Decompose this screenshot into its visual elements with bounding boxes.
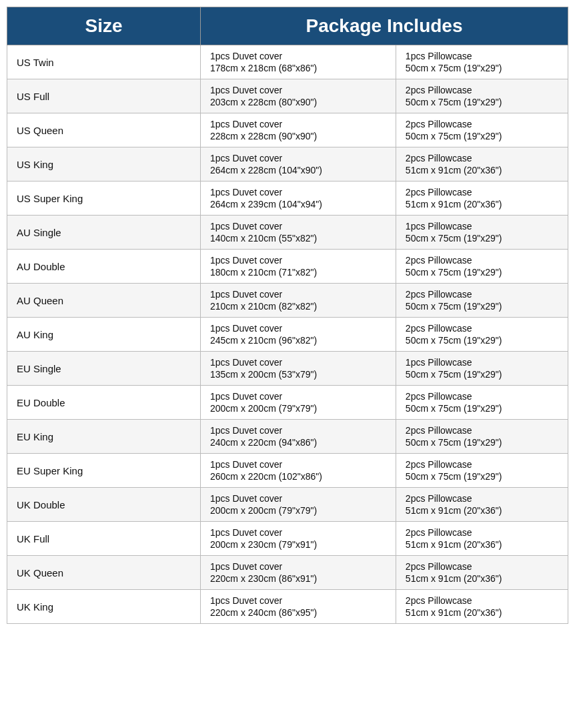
pillow-cell: 2pcs Pillowcase51cm x 91cm (20"x36"): [396, 147, 568, 181]
pillow-size: 51cm x 91cm (20"x36"): [406, 165, 558, 175]
table-row: EU Single1pcs Duvet cover135cm x 200cm (…: [7, 352, 568, 386]
duvet-cell: 1pcs Duvet cover203cm x 228cm (80"x90"): [201, 79, 396, 113]
duvet-size: 228cm x 228cm (90"x90"): [210, 131, 386, 141]
duvet-label: 1pcs Duvet cover: [210, 153, 386, 163]
pillow-label: 2pcs Pillowcase: [406, 187, 558, 198]
pillow-size: 50cm x 75cm (19"x29"): [406, 369, 558, 380]
duvet-size: 264cm x 228cm (104"x90"): [210, 165, 386, 175]
duvet-size: 240cm x 220cm (94"x86"): [210, 437, 386, 448]
pillow-cell: 2pcs Pillowcase51cm x 91cm (20"x36"): [396, 522, 568, 556]
table-row: US Twin1pcs Duvet cover178cm x 218cm (68…: [7, 45, 568, 79]
pillow-size: 50cm x 75cm (19"x29"): [406, 233, 558, 244]
table-row: US Full1pcs Duvet cover203cm x 228cm (80…: [7, 79, 568, 113]
duvet-label: 1pcs Duvet cover: [210, 391, 386, 402]
pillow-cell: 2pcs Pillowcase50cm x 75cm (19"x29"): [396, 420, 568, 454]
duvet-size: 245cm x 210cm (96"x82"): [210, 335, 386, 346]
duvet-cell: 1pcs Duvet cover245cm x 210cm (96"x82"): [201, 318, 396, 352]
duvet-cell: 1pcs Duvet cover220cm x 240cm (86"x95"): [201, 590, 396, 624]
pillow-label: 2pcs Pillowcase: [406, 527, 558, 538]
pillow-cell: 2pcs Pillowcase50cm x 75cm (19"x29"): [396, 454, 568, 488]
pillow-label: 2pcs Pillowcase: [406, 255, 558, 266]
duvet-label: 1pcs Duvet cover: [210, 595, 386, 606]
duvet-size: 200cm x 230cm (79"x91"): [210, 539, 386, 550]
pillow-label: 2pcs Pillowcase: [406, 289, 558, 300]
pillow-label: 2pcs Pillowcase: [406, 459, 558, 470]
size-cell: AU King: [7, 318, 201, 352]
duvet-label: 1pcs Duvet cover: [210, 357, 386, 368]
duvet-size: 210cm x 210cm (82"x82"): [210, 301, 386, 312]
duvet-size: 260cm x 220cm (102"x86"): [210, 471, 386, 482]
duvet-label: 1pcs Duvet cover: [210, 85, 386, 95]
duvet-label: 1pcs Duvet cover: [210, 221, 386, 232]
pillow-size: 50cm x 75cm (19"x29"): [406, 471, 558, 482]
header-row: Size Package Includes: [7, 7, 568, 45]
duvet-size: 200cm x 200cm (79"x79"): [210, 505, 386, 516]
pillow-cell: 2pcs Pillowcase51cm x 91cm (20"x36"): [396, 488, 568, 522]
duvet-cell: 1pcs Duvet cover140cm x 210cm (55"x82"): [201, 216, 396, 250]
pillow-size: 51cm x 91cm (20"x36"): [406, 607, 558, 618]
pillow-cell: 2pcs Pillowcase51cm x 91cm (20"x36"): [396, 590, 568, 624]
size-cell: US Queen: [7, 113, 201, 147]
pillow-size: 51cm x 91cm (20"x36"): [406, 199, 558, 210]
size-cell: US Twin: [7, 45, 201, 79]
pillow-label: 2pcs Pillowcase: [406, 561, 558, 572]
duvet-cell: 1pcs Duvet cover180cm x 210cm (71"x82"): [201, 250, 396, 284]
table-row: US Queen1pcs Duvet cover228cm x 228cm (9…: [7, 113, 568, 147]
table-row: AU Single1pcs Duvet cover140cm x 210cm (…: [7, 216, 568, 250]
pillow-size: 50cm x 75cm (19"x29"): [406, 403, 558, 414]
size-cell: US Full: [7, 79, 201, 113]
table-row: EU Super King1pcs Duvet cover260cm x 220…: [7, 454, 568, 488]
size-cell: AU Queen: [7, 284, 201, 318]
duvet-label: 1pcs Duvet cover: [210, 289, 386, 300]
duvet-size: 220cm x 240cm (86"x95"): [210, 607, 386, 618]
duvet-cell: 1pcs Duvet cover264cm x 228cm (104"x90"): [201, 147, 396, 181]
duvet-label: 1pcs Duvet cover: [210, 255, 386, 266]
pillow-cell: 2pcs Pillowcase50cm x 75cm (19"x29"): [396, 250, 568, 284]
size-cell: US Super King: [7, 181, 201, 216]
duvet-label: 1pcs Duvet cover: [210, 493, 386, 504]
size-cell: US King: [7, 147, 201, 181]
pillow-size: 51cm x 91cm (20"x36"): [406, 539, 558, 550]
size-cell: EU Double: [7, 386, 201, 420]
duvet-label: 1pcs Duvet cover: [210, 119, 386, 129]
size-cell: EU King: [7, 420, 201, 454]
duvet-label: 1pcs Duvet cover: [210, 527, 386, 538]
size-cell: EU Single: [7, 352, 201, 386]
pillow-label: 1pcs Pillowcase: [406, 51, 558, 61]
duvet-cell: 1pcs Duvet cover200cm x 200cm (79"x79"): [201, 488, 396, 522]
duvet-size: 178cm x 218cm (68"x86"): [210, 63, 386, 73]
table-row: EU King1pcs Duvet cover240cm x 220cm (94…: [7, 420, 568, 454]
pillow-size: 50cm x 75cm (19"x29"): [406, 437, 558, 448]
duvet-cell: 1pcs Duvet cover220cm x 230cm (86"x91"): [201, 556, 396, 590]
pillow-label: 2pcs Pillowcase: [406, 425, 558, 436]
pillow-label: 2pcs Pillowcase: [406, 323, 558, 334]
pillow-label: 2pcs Pillowcase: [406, 391, 558, 402]
pillow-label: 2pcs Pillowcase: [406, 153, 558, 163]
duvet-size: 180cm x 210cm (71"x82"): [210, 267, 386, 278]
duvet-cell: 1pcs Duvet cover260cm x 220cm (102"x86"): [201, 454, 396, 488]
duvet-cell: 1pcs Duvet cover264cm x 239cm (104"x94"): [201, 181, 396, 216]
duvet-size: 203cm x 228cm (80"x90"): [210, 97, 386, 107]
pillow-label: 1pcs Pillowcase: [406, 221, 558, 232]
duvet-label: 1pcs Duvet cover: [210, 51, 386, 61]
duvet-cell: 1pcs Duvet cover178cm x 218cm (68"x86"): [201, 45, 396, 79]
table-row: UK King1pcs Duvet cover220cm x 240cm (86…: [7, 590, 568, 624]
size-cell: UK Queen: [7, 556, 201, 590]
duvet-size: 140cm x 210cm (55"x82"): [210, 233, 386, 244]
duvet-size: 220cm x 230cm (86"x91"): [210, 573, 386, 584]
pillow-cell: 2pcs Pillowcase50cm x 75cm (19"x29"): [396, 386, 568, 420]
pillow-size: 50cm x 75cm (19"x29"): [406, 131, 558, 141]
pillow-cell: 2pcs Pillowcase50cm x 75cm (19"x29"): [396, 284, 568, 318]
pillow-cell: 2pcs Pillowcase50cm x 75cm (19"x29"): [396, 79, 568, 113]
size-cell: AU Single: [7, 216, 201, 250]
size-cell: EU Super King: [7, 454, 201, 488]
duvet-label: 1pcs Duvet cover: [210, 425, 386, 436]
pillow-label: 1pcs Pillowcase: [406, 357, 558, 368]
table-row: AU King1pcs Duvet cover245cm x 210cm (96…: [7, 318, 568, 352]
pillow-cell: 2pcs Pillowcase51cm x 91cm (20"x36"): [396, 181, 568, 216]
size-table: Size Package Includes US Twin1pcs Duvet …: [7, 7, 568, 624]
pillow-size: 50cm x 75cm (19"x29"): [406, 97, 558, 107]
size-cell: UK King: [7, 590, 201, 624]
duvet-size: 264cm x 239cm (104"x94"): [210, 199, 386, 210]
duvet-label: 1pcs Duvet cover: [210, 323, 386, 334]
